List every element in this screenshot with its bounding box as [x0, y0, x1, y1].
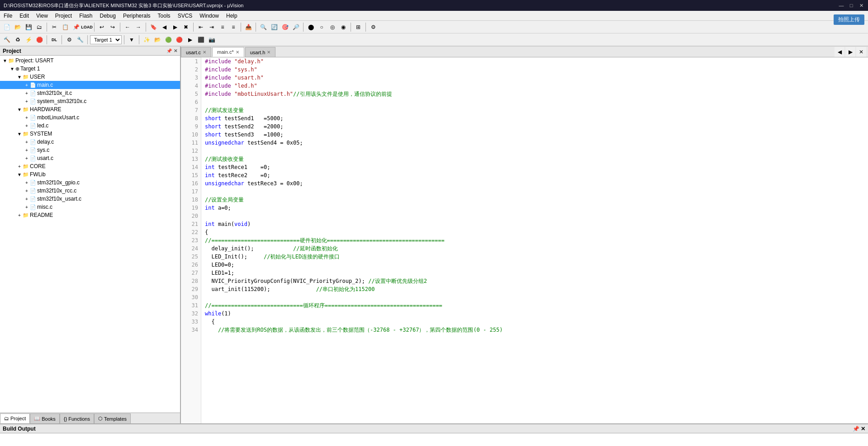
stop-debug-button[interactable]: ⬛	[196, 35, 206, 45]
tree-item[interactable]: +📁 README	[0, 211, 180, 219]
bookmark-button[interactable]: 🔖	[148, 22, 158, 32]
debug4-button[interactable]: ◉	[338, 22, 348, 32]
line-number[interactable]: 33	[181, 318, 201, 326]
tree-item[interactable]: +📄 mbotLinuxUsart.c	[0, 113, 180, 122]
code-line[interactable]: uart_init(115200); //串口初始化为115200	[205, 285, 864, 293]
code-line[interactable]: int testRece2 =0;	[205, 171, 864, 179]
open-file-button[interactable]: 📂	[13, 22, 23, 32]
undo-button[interactable]: ↩	[97, 22, 107, 32]
tree-expand-icon[interactable]: +	[16, 213, 23, 218]
tree-item[interactable]: +📄 delay.c	[0, 138, 180, 146]
code-line[interactable]: #include "mbotLinuxUsart.h"//引用该头文件是使用，通…	[205, 90, 864, 98]
tab-scroll-right-button[interactable]: ▶	[845, 47, 855, 57]
build-output-close-button[interactable]: ✕	[861, 426, 865, 432]
upload-button[interactable]: 拍照上传	[834, 14, 864, 25]
panel-pin-button[interactable]: 📌	[166, 48, 172, 53]
code-line[interactable]: #include "delay.h"	[205, 57, 864, 66]
nav-forward-button[interactable]: →	[133, 22, 143, 32]
tree-expand-icon[interactable]: +	[24, 83, 30, 88]
editor-tab-usart-c[interactable]: usart.c✕	[181, 47, 211, 57]
code-line[interactable]: short testSend3 =1000;	[205, 131, 864, 139]
tree-expand-icon[interactable]: ▼	[2, 58, 8, 63]
settings-button[interactable]: ⚙	[368, 22, 378, 32]
tree-item[interactable]: +📄 stm32f10x_rcc.c	[0, 187, 180, 195]
start-debug-button[interactable]: ▶	[185, 35, 195, 45]
code-line[interactable]: short testSend1 =5000;	[205, 114, 864, 122]
minimize-button[interactable]: —	[838, 2, 844, 9]
debug1-button[interactable]: ⬤	[306, 22, 316, 32]
code-line[interactable]: {	[205, 228, 864, 236]
code-content[interactable]: #include "delay.h"#include "sys.h"#inclu…	[201, 57, 868, 423]
editor-tab-close-button[interactable]: ✕	[203, 50, 206, 55]
insert-bp-button[interactable]: 🔴	[174, 35, 184, 45]
bookmark-next-button[interactable]: ▶	[170, 22, 180, 32]
tree-expand-icon[interactable]: +	[24, 99, 30, 104]
tree-expand-icon[interactable]: +	[16, 164, 23, 169]
code-line[interactable]: #include "led.h"	[205, 82, 864, 90]
target-select[interactable]: Target 1	[90, 35, 122, 44]
find-button[interactable]: 🔍	[258, 22, 268, 32]
panel-tab-templates[interactable]: ⬡ Templates	[94, 413, 131, 423]
replace-button[interactable]: 🔄	[269, 22, 279, 32]
redo-button[interactable]: ↪	[108, 22, 118, 32]
manage-button[interactable]: ⚙	[64, 35, 74, 45]
code-line[interactable]: delay_init(); //延时函数初始化	[205, 244, 864, 253]
editor-tab-close-button[interactable]: ✕	[267, 50, 270, 55]
indent-r2-button[interactable]: ≡	[228, 22, 238, 32]
rebuild-button[interactable]: ♻	[13, 35, 23, 45]
tree-expand-icon[interactable]: ▼	[16, 172, 23, 177]
match-button[interactable]: 🔎	[291, 22, 301, 32]
tree-expand-icon[interactable]: ▼	[16, 131, 23, 136]
indent-left-button[interactable]: ⇤	[196, 22, 206, 32]
code-line[interactable]	[205, 98, 864, 106]
paste-button[interactable]: 📌	[71, 22, 81, 32]
editor-tab-usart-h[interactable]: usart.h✕	[245, 47, 276, 57]
save-button[interactable]: 💾	[24, 22, 33, 32]
tree-expand-icon[interactable]: ▼	[9, 66, 15, 71]
tree-item[interactable]: ▼📁 USER	[0, 73, 180, 81]
menu-item-help[interactable]: Help	[223, 11, 241, 20]
line-number[interactable]: 22	[181, 228, 201, 236]
code-line[interactable]: //将需要发送到ROS的数据，从该函数发出，前三个数据范围（-32768 - +…	[205, 326, 864, 334]
menu-item-tools[interactable]: Tools	[154, 11, 174, 20]
code-line[interactable]: //测试发送变量	[205, 106, 864, 114]
code-line[interactable]: LED_Init(); //初始化与LED连接的硬件接口	[205, 253, 864, 261]
menu-item-file[interactable]: File	[0, 11, 16, 20]
code-line[interactable]	[205, 212, 864, 220]
tree-expand-icon[interactable]: ▼	[16, 107, 23, 112]
tree-item[interactable]: +📄 stm32f10x_usart.c	[0, 195, 180, 203]
code-line[interactable]	[205, 147, 864, 155]
tree-item[interactable]: +📄 usart.c	[0, 154, 180, 162]
tree-item[interactable]: +📄 led.c	[0, 122, 180, 130]
code-line[interactable]: {	[205, 318, 864, 326]
tree-expand-icon[interactable]: +	[24, 91, 30, 96]
goto-button[interactable]: 🎯	[280, 22, 290, 32]
tree-item[interactable]: +📄 stm32f10x_gpio.c	[0, 178, 180, 187]
camera-button[interactable]: 📷	[207, 35, 217, 45]
editor-tab-main-c[interactable]: main.c*✕	[212, 47, 244, 57]
code-line[interactable]: unsigned char testSend4 = 0x05;	[205, 139, 864, 147]
tree-expand-icon[interactable]: +	[24, 205, 30, 210]
code-line[interactable]: short testSend2 =2000;	[205, 122, 864, 131]
code-line[interactable]	[205, 293, 864, 301]
code-line[interactable]: while(1)	[205, 310, 864, 318]
tree-item[interactable]: +📄 stm32f10x_it.c	[0, 89, 180, 97]
tree-expand-icon[interactable]: +	[24, 188, 30, 193]
editor-tab-close-button[interactable]: ✕	[236, 50, 239, 55]
code-line[interactable]: //============================循环程序======…	[205, 301, 864, 310]
tree-expand-icon[interactable]: +	[24, 180, 30, 185]
target-options-button[interactable]: ▼	[127, 35, 137, 45]
panel-close-button[interactable]: ✕	[174, 48, 177, 53]
save-all-button[interactable]: 🗂	[34, 22, 44, 32]
code-line[interactable]: #include "sys.h"	[205, 66, 864, 74]
indent-l2-button[interactable]: ≡	[218, 22, 228, 32]
tree-item[interactable]: +📄 misc.c	[0, 203, 180, 211]
tree-item[interactable]: ▼📁 Project: USART	[0, 56, 180, 65]
new-file-button[interactable]: 📄	[2, 22, 12, 32]
code-line[interactable]: //设置全局变量	[205, 196, 864, 204]
tree-expand-icon[interactable]: +	[24, 115, 30, 120]
tree-item[interactable]: +📁 CORE	[0, 162, 180, 170]
tree-item[interactable]: ▼⊕ Target 1	[0, 65, 180, 73]
tree-expand-icon[interactable]: ▼	[16, 75, 23, 80]
menu-item-window[interactable]: Window	[196, 11, 223, 20]
